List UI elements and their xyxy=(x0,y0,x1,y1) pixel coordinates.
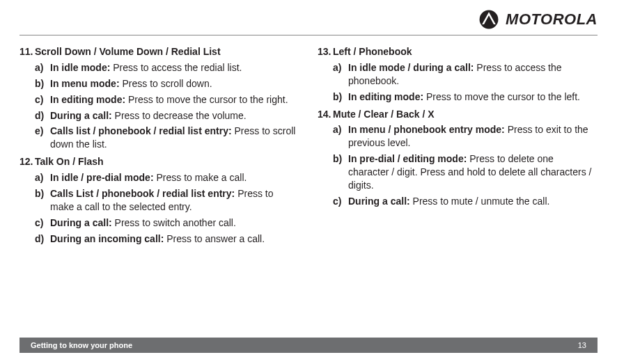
section-14: 14. Mute / Clear / Back / X a) In menu /… xyxy=(318,108,596,208)
section-heading: Talk On / Flash xyxy=(35,155,104,168)
item-letter: e) xyxy=(35,125,50,151)
list-item: b) In editing mode: Press to move the cu… xyxy=(333,90,596,104)
column-right: 13. Left / Phonebook a) In idle mode / d… xyxy=(318,45,596,250)
item-text: Press to scroll down. xyxy=(122,78,212,89)
list-item: b) In menu mode: Press to scroll down. xyxy=(35,77,298,90)
list-item: b) Calls List / phonebook / redial list … xyxy=(35,187,298,214)
list-item: b) In pre-dial / editing mode: Press to … xyxy=(333,152,596,192)
section-11: 11. Scroll Down / Volume Down / Redial L… xyxy=(19,45,298,151)
item-text: Press to switch another call. xyxy=(115,217,236,228)
section-number: 11. xyxy=(19,45,35,58)
column-left: 11. Scroll Down / Volume Down / Redial L… xyxy=(19,45,298,250)
item-letter: d) xyxy=(35,109,50,122)
item-head: During a call: xyxy=(50,110,115,121)
item-head: During a call: xyxy=(50,217,115,228)
list-item: a) In menu / phonebook entry mode: Press… xyxy=(333,123,596,150)
motorola-icon xyxy=(479,10,499,29)
item-letter: a) xyxy=(333,123,348,150)
item-head: In idle mode / during a call: xyxy=(348,62,476,73)
page-footer: Getting to know your phone 13 xyxy=(19,338,598,353)
item-text: Press to decrease the volume. xyxy=(115,110,247,121)
item-head: Calls List / phonebook / redial list ent… xyxy=(50,188,237,199)
section-number: 13. xyxy=(318,45,333,58)
item-text: Press to mute / unmute the call. xyxy=(413,196,550,207)
page-header: MOTOROLA xyxy=(19,10,598,35)
item-head: In pre-dial / editing mode: xyxy=(348,153,469,164)
item-text: Press to answer a call. xyxy=(166,233,265,244)
list-item: a) In idle / pre-dial mode: Press to mak… xyxy=(35,171,298,184)
item-text: Press to move the cursor to the right. xyxy=(128,94,288,105)
list-item: e) Calls list / phonebook / redial list … xyxy=(35,125,298,151)
list-item: a) In idle mode: Press to access the red… xyxy=(35,61,298,74)
section-heading: Left / Phonebook xyxy=(333,45,412,58)
brand-text: MOTOROLA xyxy=(506,10,598,29)
item-letter: d) xyxy=(35,232,50,246)
brand-logo: MOTOROLA xyxy=(479,10,598,29)
section-12: 12. Talk On / Flash a) In idle / pre-dia… xyxy=(19,155,298,245)
item-letter: b) xyxy=(333,90,348,104)
item-head: In idle / pre-dial mode: xyxy=(50,172,156,183)
item-head: During an incoming call: xyxy=(50,233,166,244)
footer-title: Getting to know your phone xyxy=(31,341,132,349)
item-letter: b) xyxy=(333,152,348,192)
list-item: a) In idle mode / during a call: Press t… xyxy=(333,61,596,88)
item-letter: a) xyxy=(35,61,50,74)
list-item: c) During a call: Press to mute / unmute… xyxy=(333,195,596,208)
item-head: In menu mode: xyxy=(50,78,122,89)
list-item: c) In editing mode: Press to move the cu… xyxy=(35,93,298,106)
page-content: 11. Scroll Down / Volume Down / Redial L… xyxy=(19,45,598,250)
item-head: In menu / phonebook entry mode: xyxy=(348,124,508,135)
list-item: d) During an incoming call: Press to ans… xyxy=(35,232,298,246)
item-head: Calls list / phonebook / redial list ent… xyxy=(50,125,235,136)
section-heading: Scroll Down / Volume Down / Redial List xyxy=(35,45,221,58)
item-letter: c) xyxy=(333,195,348,208)
section-number: 12. xyxy=(19,155,35,168)
item-head: In idle mode: xyxy=(50,62,113,73)
item-head: During a call: xyxy=(348,196,413,207)
section-13: 13. Left / Phonebook a) In idle mode / d… xyxy=(318,45,596,104)
item-head: In editing mode: xyxy=(50,94,128,105)
item-letter: b) xyxy=(35,77,50,90)
item-letter: c) xyxy=(35,93,50,106)
item-text: Press to make a call. xyxy=(156,172,247,183)
item-letter: a) xyxy=(333,61,348,88)
item-letter: c) xyxy=(35,216,50,230)
item-letter: b) xyxy=(35,187,50,214)
list-item: d) During a call: Press to decrease the … xyxy=(35,109,298,122)
item-head: In editing mode: xyxy=(348,91,426,102)
page-number: 13 xyxy=(578,341,586,349)
item-text: Press to access the redial list. xyxy=(113,62,242,73)
list-item: c) During a call: Press to switch anothe… xyxy=(35,216,298,230)
section-number: 14. xyxy=(318,108,333,121)
section-heading: Mute / Clear / Back / X xyxy=(333,108,435,121)
item-text: Press to move the cursor to the left. xyxy=(426,91,580,102)
item-letter: a) xyxy=(35,171,50,184)
